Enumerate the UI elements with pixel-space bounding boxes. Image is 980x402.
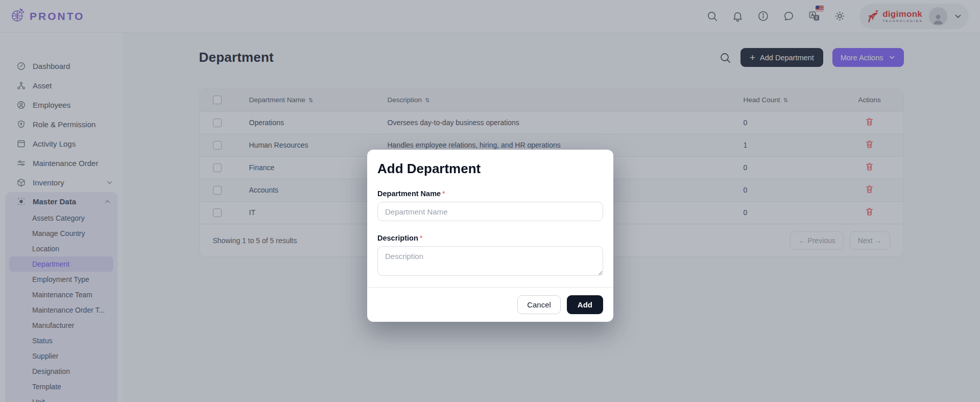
cancel-button[interactable]: Cancel — [517, 295, 561, 314]
department-name-input[interactable] — [377, 202, 603, 221]
department-name-label: Department Name* — [377, 190, 603, 198]
modal-title: Add Department — [377, 161, 603, 177]
add-department-modal: Add Department Department Name* Descript… — [367, 150, 613, 322]
add-button[interactable]: Add — [567, 295, 603, 314]
required-asterisk: * — [420, 234, 423, 242]
required-asterisk: * — [442, 190, 445, 198]
description-textarea[interactable] — [377, 246, 603, 276]
description-label: Description* — [377, 234, 603, 242]
